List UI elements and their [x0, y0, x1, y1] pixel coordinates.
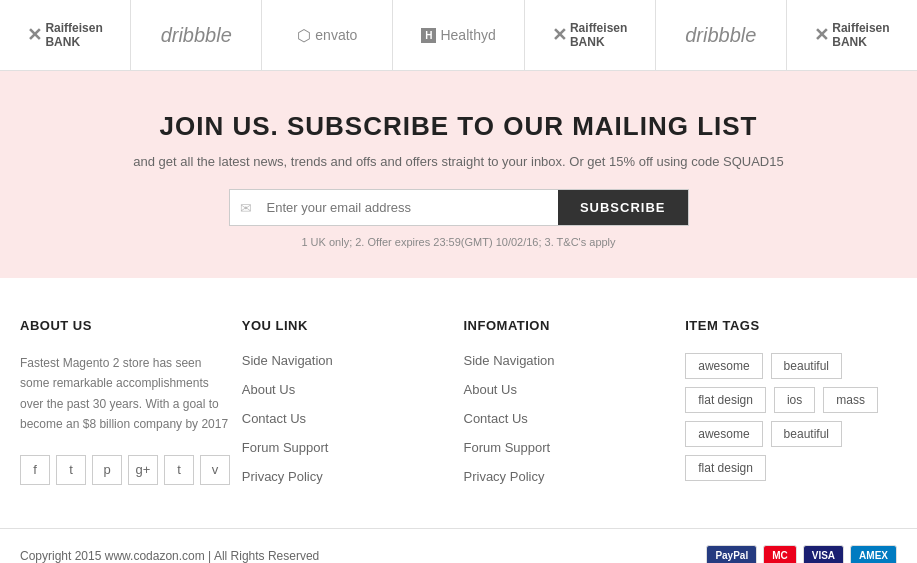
- tag-awesome-2[interactable]: awesome: [685, 421, 762, 447]
- social-vimeo-icon[interactable]: v: [200, 455, 230, 485]
- tag-flat-design-1[interactable]: flat design: [685, 387, 766, 413]
- logo-raiffeisen-1[interactable]: ✕ Raiffeisen BANK: [0, 0, 131, 70]
- logo-raiffeisen-3[interactable]: ✕ Raiffeisen BANK: [787, 0, 917, 70]
- envato-text: envato: [315, 27, 357, 43]
- youlink-privacy-policy[interactable]: Privacy Policy: [242, 469, 454, 484]
- youlink-about-us[interactable]: About Us: [242, 382, 454, 397]
- footer-info-col: INFOMATION Side Navigation About Us Cont…: [464, 318, 676, 498]
- social-googleplus-icon[interactable]: g+: [128, 455, 158, 485]
- visa-icon: VISA: [803, 545, 844, 563]
- info-about-us[interactable]: About Us: [464, 382, 676, 397]
- subscribe-title: JOIN US. SUBSCRIBE TO OUR MAILING LIST: [20, 111, 897, 142]
- tag-awesome-1[interactable]: awesome: [685, 353, 762, 379]
- amex-icon: AMEX: [850, 545, 897, 563]
- footer-about-title: ABOUT US: [20, 318, 232, 333]
- youlink-side-nav[interactable]: Side Navigation: [242, 353, 454, 368]
- logo-bar: ✕ Raiffeisen BANK dribbble ⬡ envato H He…: [0, 0, 917, 71]
- dribbble-text-2: dribbble: [685, 24, 756, 47]
- bottom-bar: Copyright 2015 www.codazon.com | All Rig…: [0, 529, 917, 563]
- info-side-nav[interactable]: Side Navigation: [464, 353, 676, 368]
- tag-beautiful-2[interactable]: beautiful: [771, 421, 842, 447]
- footer-tags-col: ITEM TAGS awesome beautiful flat design …: [685, 318, 897, 498]
- logo-envato[interactable]: ⬡ envato: [262, 0, 393, 70]
- email-icon: ✉: [230, 200, 262, 216]
- social-twitter-icon[interactable]: t: [56, 455, 86, 485]
- tag-beautiful-1[interactable]: beautiful: [771, 353, 842, 379]
- youlink-contact-us[interactable]: Contact Us: [242, 411, 454, 426]
- dribbble-text-1: dribbble: [161, 24, 232, 47]
- healthyd-text: Healthyd: [440, 27, 495, 43]
- footer-info-title: INFOMATION: [464, 318, 676, 333]
- tag-flat-design-2[interactable]: flat design: [685, 455, 766, 481]
- footer-youlink-col: YOU LINK Side Navigation About Us Contac…: [242, 318, 454, 498]
- info-contact-us[interactable]: Contact Us: [464, 411, 676, 426]
- mastercard-icon: MC: [763, 545, 797, 563]
- footer-about-col: ABOUT US Fastest Magento 2 store has see…: [20, 318, 232, 498]
- logo-dribbble-2[interactable]: dribbble: [656, 0, 787, 70]
- subscribe-section: JOIN US. SUBSCRIBE TO OUR MAILING LIST a…: [0, 71, 917, 278]
- social-facebook-icon[interactable]: f: [20, 455, 50, 485]
- tag-ios[interactable]: ios: [774, 387, 815, 413]
- logo-raiffeisen-2[interactable]: ✕ Raiffeisen BANK: [525, 0, 656, 70]
- logo-healthyd[interactable]: H Healthyd: [393, 0, 524, 70]
- copyright-text: Copyright 2015 www.codazon.com | All Rig…: [20, 549, 319, 563]
- tags-container: awesome beautiful flat design ios mass a…: [685, 353, 897, 481]
- footer-about-text: Fastest Magento 2 store has seen some re…: [20, 353, 232, 435]
- subscribe-form: ✉ SUBSCRIBE: [229, 189, 689, 226]
- paypal-icon: PayPal: [706, 545, 757, 563]
- payment-icons: PayPal MC VISA AMEX: [706, 545, 897, 563]
- tag-mass[interactable]: mass: [823, 387, 878, 413]
- footer-tags-title: ITEM TAGS: [685, 318, 897, 333]
- social-tumblr-icon[interactable]: t: [164, 455, 194, 485]
- info-privacy-policy[interactable]: Privacy Policy: [464, 469, 676, 484]
- social-icons: f t p g+ t v: [20, 455, 232, 485]
- subscribe-button[interactable]: SUBSCRIBE: [558, 190, 688, 225]
- social-pinterest-icon[interactable]: p: [92, 455, 122, 485]
- info-forum-support[interactable]: Forum Support: [464, 440, 676, 455]
- footer-columns: ABOUT US Fastest Magento 2 store has see…: [0, 278, 917, 529]
- youlink-forum-support[interactable]: Forum Support: [242, 440, 454, 455]
- footer-youlink-title: YOU LINK: [242, 318, 454, 333]
- subscribe-subtitle: and get all the latest news, trends and …: [20, 154, 897, 169]
- email-input[interactable]: [262, 190, 558, 225]
- subscribe-note: 1 UK only; 2. Offer expires 23:59(GMT) 1…: [20, 236, 897, 248]
- logo-dribbble-1[interactable]: dribbble: [131, 0, 262, 70]
